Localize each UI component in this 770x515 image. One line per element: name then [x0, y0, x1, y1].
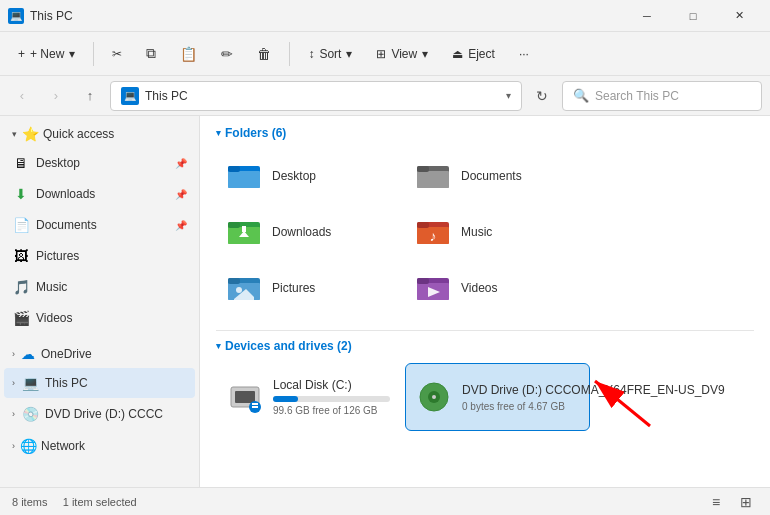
folders-grid: Desktop Documents Downloads	[216, 150, 754, 314]
sidebar-downloads-label: Downloads	[36, 187, 169, 201]
search-icon: 🔍	[573, 88, 589, 103]
network-header[interactable]: › 🌐 Network	[4, 433, 195, 459]
maximize-button[interactable]: □	[670, 0, 716, 32]
folder-item-videos[interactable]: Videos	[405, 262, 590, 314]
status-view-controls: ≡ ⊞	[704, 490, 758, 514]
paste-button[interactable]: 📋	[170, 38, 207, 70]
folder-item-documents[interactable]: Documents	[405, 150, 590, 202]
drive-space-d: 0 bytes free of 4.67 GB	[462, 401, 725, 412]
folder-icon-videos	[415, 270, 451, 306]
svg-rect-8	[228, 222, 240, 228]
thispc-expand-icon: ›	[12, 378, 15, 388]
quick-access-label: Quick access	[43, 127, 114, 141]
svg-rect-26	[235, 391, 255, 403]
onedrive-header[interactable]: › ☁ OneDrive	[4, 341, 195, 367]
sidebar-desktop-label: Desktop	[36, 156, 169, 170]
sort-chevron-icon: ▾	[346, 47, 352, 61]
sidebar-music-label: Music	[36, 280, 187, 294]
cut-button[interactable]: ✂	[102, 38, 132, 70]
folder-name-pictures: Pictures	[272, 281, 315, 295]
svg-text:♪: ♪	[430, 228, 437, 244]
onedrive-label: OneDrive	[41, 347, 92, 361]
close-button[interactable]: ✕	[716, 0, 762, 32]
drives-section: ▾ Devices and drives (2)	[216, 339, 754, 431]
sidebar-item-desktop[interactable]: 🖥 Desktop 📌	[4, 148, 195, 178]
delete-button[interactable]: 🗑	[247, 38, 281, 70]
drives-grid: Local Disk (C:) 99.6 GB free of 126 GB	[216, 363, 754, 431]
more-button[interactable]: ···	[509, 38, 539, 70]
folders-section: ▾ Folders (6) Desktop Documents	[216, 126, 754, 314]
minimize-button[interactable]: ─	[624, 0, 670, 32]
network-label: Network	[41, 439, 85, 453]
folder-name-documents: Documents	[461, 169, 522, 183]
pin-icon: 📌	[175, 158, 187, 169]
drive-icon-c	[227, 379, 263, 415]
pictures-icon: 🖼	[12, 247, 30, 265]
drive-name-d: DVD Drive (D:) CCCOMA_X64FRE_EN-US_DV9	[462, 383, 725, 397]
sidebar-item-pictures[interactable]: 🖼 Pictures	[4, 241, 195, 271]
dvd-expand-icon: ›	[12, 409, 15, 419]
grid-view-button[interactable]: ⊞	[734, 490, 758, 514]
drives-section-title: ▾ Devices and drives (2)	[216, 339, 754, 353]
content-area: ▾ Folders (6) Desktop Documents	[200, 116, 770, 487]
drive-space-c: 99.6 GB free of 126 GB	[273, 405, 390, 416]
up-button[interactable]: ↑	[76, 82, 104, 110]
drive-bar-c	[273, 396, 390, 402]
sidebar-item-thispc[interactable]: › 💻 This PC	[4, 368, 195, 398]
folders-title: Folders (6)	[225, 126, 286, 140]
rename-button[interactable]: ✏	[211, 38, 243, 70]
sidebar-item-videos[interactable]: 🎬 Videos	[4, 303, 195, 333]
sidebar-item-music[interactable]: 🎵 Music	[4, 272, 195, 302]
refresh-button[interactable]: ↻	[528, 82, 556, 110]
more-icon: ···	[519, 47, 529, 61]
status-bar: 8 items 1 item selected ≡ ⊞	[0, 487, 770, 515]
delete-icon: 🗑	[257, 46, 271, 62]
pin-icon-2: 📌	[175, 189, 187, 200]
network-chevron-icon: ›	[12, 441, 15, 451]
documents-icon: 📄	[12, 216, 30, 234]
thispc-icon: 💻	[21, 374, 39, 392]
search-box[interactable]: 🔍 Search This PC	[562, 81, 762, 111]
view-button[interactable]: ⊞ View ▾	[366, 38, 438, 70]
sort-icon: ↕	[308, 47, 314, 61]
svg-point-32	[432, 395, 436, 399]
sidebar-item-dvddrive[interactable]: › 💿 DVD Drive (D:) CCCC	[4, 399, 195, 429]
eject-icon: ⏏	[452, 47, 463, 61]
folder-item-desktop[interactable]: Desktop	[216, 150, 401, 202]
drive-item-c[interactable]: Local Disk (C:) 99.6 GB free of 126 GB	[216, 363, 401, 431]
quick-access-header[interactable]: ▾ ⭐ Quick access	[4, 121, 195, 147]
selected-count: 1 item selected	[63, 496, 137, 508]
drive-info-d: DVD Drive (D:) CCCOMA_X64FRE_EN-US_DV9 0…	[462, 383, 725, 412]
onedrive-icon: ☁	[19, 345, 37, 363]
back-button[interactable]: ‹	[8, 82, 36, 110]
sidebar-item-downloads[interactable]: ⬇ Downloads 📌	[4, 179, 195, 209]
sidebar-item-documents[interactable]: 📄 Documents 📌	[4, 210, 195, 240]
folder-item-music[interactable]: ♪ Music	[405, 206, 590, 258]
address-input[interactable]: 💻 This PC ▾	[110, 81, 522, 111]
rename-icon: ✏	[221, 46, 233, 62]
forward-button[interactable]: ›	[42, 82, 70, 110]
folder-item-pictures[interactable]: Pictures	[216, 262, 401, 314]
title-bar-left: This PC	[8, 8, 73, 24]
dvd-icon: 💿	[21, 405, 39, 423]
thispc-label: This PC	[45, 376, 187, 390]
new-button[interactable]: + + New ▾	[8, 38, 85, 70]
search-placeholder: Search This PC	[595, 89, 679, 103]
folder-item-downloads[interactable]: Downloads	[216, 206, 401, 258]
svg-rect-22	[417, 278, 429, 284]
toolbar-separator-1	[93, 42, 94, 66]
drive-bar-fill-c	[273, 396, 298, 402]
title-bar: This PC ─ □ ✕	[0, 0, 770, 32]
status-items: 8 items 1 item selected	[12, 496, 137, 508]
eject-button[interactable]: ⏏ Eject	[442, 38, 505, 70]
title-bar-title: This PC	[30, 9, 73, 23]
svg-rect-5	[417, 166, 429, 172]
drive-name-c: Local Disk (C:)	[273, 378, 390, 392]
drives-chevron-icon: ▾	[216, 341, 221, 351]
sort-button[interactable]: ↕ Sort ▾	[298, 38, 362, 70]
copy-button[interactable]: ⧉	[136, 38, 166, 70]
sidebar-videos-label: Videos	[36, 311, 187, 325]
list-view-button[interactable]: ≡	[704, 490, 728, 514]
cut-icon: ✂	[112, 47, 122, 61]
drive-item-d[interactable]: DVD Drive (D:) CCCOMA_X64FRE_EN-US_DV9 0…	[405, 363, 590, 431]
